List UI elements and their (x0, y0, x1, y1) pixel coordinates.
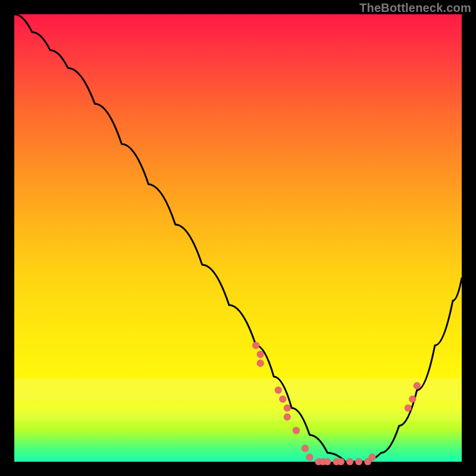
curve-marker (284, 414, 291, 421)
curve-marker (252, 342, 259, 349)
curve-marker (355, 458, 362, 465)
curve-markers (252, 342, 421, 466)
curve-marker (324, 458, 331, 465)
curve-line (14, 14, 462, 462)
chart-svg (14, 14, 462, 462)
curve-marker (369, 454, 376, 461)
curve-marker (414, 382, 421, 389)
watermark-text: TheBottleneck.com (359, 1, 471, 15)
curve-marker (284, 405, 291, 412)
curve-marker (409, 396, 416, 403)
curve-marker (302, 444, 309, 452)
curve-marker (279, 396, 286, 403)
curve-marker (257, 351, 264, 358)
chart-stage: TheBottleneck.com (0, 0, 476, 476)
curve-marker (257, 360, 264, 367)
curve-marker (337, 458, 345, 465)
curve-marker (293, 427, 300, 434)
curve-marker (405, 405, 412, 412)
curve-marker (306, 454, 313, 461)
curve-marker (346, 458, 353, 465)
curve-marker (275, 387, 282, 394)
chart-plot-area (14, 14, 462, 462)
